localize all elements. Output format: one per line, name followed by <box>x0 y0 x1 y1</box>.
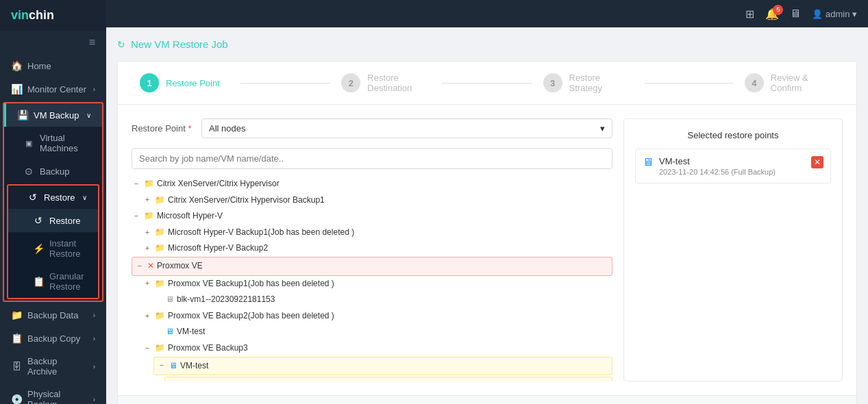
sidebar-item-backup[interactable]: ⊙ Backup <box>4 160 102 183</box>
restore-point-tree: − 📁 Citrix XenServer/Citrix Hypervisor +… <box>132 176 612 381</box>
step-2-label: Restore Destination <box>367 73 431 93</box>
tree-node-proxmox-bk1: + 📁 Proxmox VE Backup1(Job has been dele… <box>142 276 612 308</box>
sidebar-item-label: Backup Copy <box>27 333 88 344</box>
footer: Next ⊙ <box>118 395 856 404</box>
tree-row-proxmox-bk1[interactable]: + 📁 Proxmox VE Backup1(Job has been dele… <box>142 276 612 292</box>
logo: vinchin <box>11 8 54 23</box>
remove-selected-button[interactable]: ✕ <box>811 156 823 168</box>
stepper: 1 Restore Point 2 Restore Destination 3 <box>118 62 856 105</box>
sidebar-item-label: Virtual Machines <box>40 133 91 153</box>
tree-toggle-hyperv[interactable]: − <box>132 210 141 223</box>
sidebar-item-label: Restore <box>44 192 77 203</box>
notification-badge-container[interactable]: 🔔 5 <box>765 8 779 21</box>
sidebar: vinchin ≡ 🏠 Home 📊 Monitor Center › 💾 VM… <box>0 0 106 404</box>
sidebar-item-label: Monitor Center <box>27 84 88 94</box>
restore-point-label: Restore Point <box>132 123 193 134</box>
sidebar-item-physical-backup[interactable]: 💿 Physical Backup › <box>0 383 106 404</box>
sidebar-item-virtual-machines[interactable]: ▣ Virtual Machines <box>4 127 102 160</box>
restore-icon: ↺ <box>27 192 38 203</box>
tree-row-proxmox-bk2[interactable]: + 📁 Proxmox VE Backup2(Job has been dele… <box>142 308 612 325</box>
sidebar-item-instant-restore[interactable]: ⚡ Instant Restore <box>8 232 98 265</box>
refresh-icon[interactable]: ↻ <box>117 39 125 50</box>
hyperv-bk1-icon: 📁 <box>155 225 165 240</box>
step-connector-3 <box>644 83 734 84</box>
tree-row-hyperv[interactable]: − 📁 Microsoft Hyper-V <box>132 208 612 225</box>
page-title: New VM Restore Job <box>131 38 228 50</box>
check-icon: ✓ <box>180 379 187 381</box>
chevron-icon: › <box>93 396 95 403</box>
instant-restore-icon: ⚡ <box>33 243 44 254</box>
tree-node-citrix: − 📁 Citrix XenServer/Citrix Hypervisor +… <box>132 176 612 208</box>
chevron-icon: › <box>93 312 95 319</box>
selected-panel-title: Selected restore points <box>635 130 831 140</box>
backup-point-icon: 🕐 <box>190 379 200 381</box>
sidebar-item-monitor[interactable]: 📊 Monitor Center › <box>0 77 106 101</box>
sidebar-item-home[interactable]: 🏠 Home <box>0 54 106 77</box>
sidebar-item-label: Home <box>27 61 95 71</box>
sidebar-item-label: Instant Restore <box>49 238 87 259</box>
grid-icon[interactable]: ⊞ <box>745 8 754 21</box>
sidebar-item-vm-backup[interactable]: 💾 VM Backup ∨ <box>4 103 102 127</box>
citrix-folder-icon: 📁 <box>144 177 154 192</box>
step-3-label: Restore Strategy <box>569 73 633 93</box>
tree-row-citrix-bk1[interactable]: + 📁 Citrix XenServer/Citrix Hypervisor B… <box>142 192 612 209</box>
sidebar-item-granular-restore[interactable]: 📋 Granular Restore <box>8 265 98 298</box>
home-icon: 🏠 <box>11 60 22 71</box>
sidebar-item-restore-sub[interactable]: ↺ Restore <box>8 209 98 232</box>
sidebar-item-label: Restore <box>49 216 87 226</box>
monitor-display-icon[interactable]: 🖥 <box>790 8 801 20</box>
tree-node-proxmox-bk2: + 📁 Proxmox VE Backup2(Job has been dele… <box>142 308 612 340</box>
backup-archive-icon: 🗄 <box>11 361 22 372</box>
tree-row-proxmox[interactable]: − ✕ Proxmox VE <box>132 257 612 276</box>
backup-copy-icon: 📋 <box>11 333 22 344</box>
sidebar-item-backup-copy[interactable]: 📋 Backup Copy › <box>0 327 106 350</box>
step-4: 4 Review & Confirm <box>745 73 834 93</box>
user-menu[interactable]: 👤 admin ▾ <box>812 9 857 19</box>
physical-backup-icon: 💿 <box>11 394 22 404</box>
sidebar-item-restore[interactable]: ↺ Restore ∨ <box>8 186 98 209</box>
tree-node-vmtest2: − 🖥 VM-test ✓ <box>153 357 612 381</box>
selected-vm-name: VM-test <box>659 156 776 166</box>
hamburger-button[interactable]: ≡ <box>0 31 106 54</box>
tree-node-proxmox: − ✕ Proxmox VE + 📁 Proxm <box>132 257 612 381</box>
page-header: ↻ New VM Restore Job <box>117 38 857 50</box>
step-1-label: Restore Point <box>166 78 220 88</box>
step-2: 2 Restore Destination <box>341 73 431 93</box>
step-4-label: Review & Confirm <box>771 73 834 93</box>
chevron-icon: › <box>93 86 95 93</box>
virtual-machines-icon: ▣ <box>23 139 34 148</box>
app-logo: vinchin <box>0 0 106 31</box>
vmtest2-icon: 🖥 <box>169 359 177 374</box>
sidebar-item-label: Backup Data <box>27 310 88 320</box>
tree-row-hyperv-bk2[interactable]: + 📁 Microsoft Hyper-V Backup2 <box>142 240 612 257</box>
search-input[interactable] <box>132 148 612 169</box>
tree-toggle-proxmox[interactable]: − <box>135 260 145 273</box>
tree-toggle-citrix[interactable]: − <box>132 177 141 191</box>
tree-row-bk-vm1[interactable]: 🖥 blk-vm1--20230922181153 <box>153 292 612 308</box>
selected-vm-date: 2023-11-20 14:42:56 (Full Backup) <box>659 168 776 176</box>
vm-test1-icon: 🖥 <box>166 325 174 340</box>
tree-row-proxmox-bk3[interactable]: − 📁 Proxmox VE Backup3 <box>142 340 612 357</box>
restore-point-row: Restore Point All nodes ▾ <box>132 118 612 138</box>
sidebar-item-backup-data[interactable]: 📁 Backup Data › <box>0 303 106 327</box>
tree-row-vmtest1[interactable]: 🖥 VM-test <box>153 324 612 340</box>
tree-row-citrix[interactable]: − 📁 Citrix XenServer/Citrix Hypervisor <box>132 176 612 192</box>
tree-node-proxmox-bk3: − 📁 Proxmox VE Backup3 − <box>142 340 612 381</box>
proxmox-bk1-icon: 📁 <box>155 277 165 292</box>
backup-icon: ⊙ <box>23 166 34 177</box>
granular-restore-icon: 📋 <box>33 276 44 287</box>
tree-row-vmtest2[interactable]: − 🖥 VM-test <box>153 357 612 376</box>
sidebar-item-backup-archive[interactable]: 🗄 Backup Archive › <box>0 350 106 383</box>
selected-vm-icon: 🖥 <box>643 156 654 168</box>
step-1-circle: 1 <box>140 73 159 92</box>
proxmox-icon: ✕ <box>147 259 154 274</box>
form-left: Restore Point All nodes ▾ − <box>132 118 612 381</box>
tree-row-hyperv-bk1[interactable]: + 📁 Microsoft Hyper-V Backup1(Job has be… <box>142 225 612 241</box>
backup-data-icon: 📁 <box>11 310 22 320</box>
restore-point-select[interactable]: All nodes ▾ <box>201 118 612 138</box>
monitor-icon: 📊 <box>11 84 22 94</box>
step-1: 1 Restore Point <box>140 73 230 92</box>
tree-row-backup-point[interactable]: ✓ 🕐 2023-11-20 14:42:56 (Full Backup) <box>168 379 609 381</box>
main-content: ⊞ 🔔 5 🖥 👤 admin ▾ ↻ New VM Restore Job 1 <box>106 0 868 404</box>
restore-sub-icon: ↺ <box>33 215 44 226</box>
